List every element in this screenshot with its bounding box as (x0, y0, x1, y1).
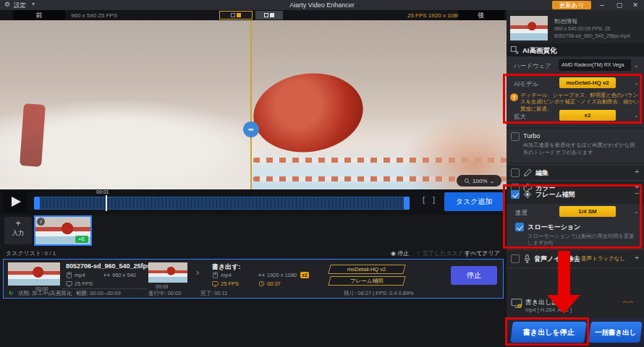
turbo-checkbox[interactable] (511, 132, 520, 141)
task-range: 範囲: 00:00--00:09 (76, 290, 121, 297)
output-fps: 25 FPS (212, 280, 239, 287)
slowmo-label: スローモーション (528, 223, 580, 232)
divider (507, 180, 644, 181)
mic-icon (522, 254, 532, 263)
upscale-dropdown[interactable]: x2 (559, 110, 616, 121)
audio-track-status: 音声トラックなし (581, 255, 625, 262)
task-stop-button[interactable]: 停止 (451, 266, 497, 285)
ai-model-chevron-down-icon[interactable]: ⌄ (634, 80, 639, 86)
frame-interp-label[interactable]: フレーム補間 (535, 190, 575, 200)
help-icon[interactable]: ? (510, 93, 518, 101)
speed-dropdown[interactable]: 1/4 SM (559, 206, 616, 217)
task-completed: 完了: 00:11 (200, 290, 227, 297)
source-resolution: 960 x 540 (103, 272, 136, 278)
clip-duration-line (63, 288, 147, 289)
diamond-icon (523, 190, 532, 199)
upscale-chevron-down-icon[interactable]: ⌄ (634, 112, 639, 119)
trim-handle-left[interactable] (34, 197, 40, 210)
hardware-chevron-down-icon[interactable]: ⌄ (634, 62, 639, 69)
before-tab[interactable]: 前 (13, 10, 65, 20)
export-settings-icon (511, 298, 523, 309)
resolution-icon (258, 272, 265, 278)
input-label: 入力 (4, 229, 32, 238)
after-tab[interactable]: 後 (458, 10, 504, 20)
info-icon[interactable]: i (37, 218, 45, 226)
slowmo-description: スローモーションでは動画の再生時間を変更します(x4) (528, 233, 639, 247)
task-progress: 進行中: 00:00 (148, 290, 181, 297)
zoom-chevron-down-icon: ⌄ (489, 178, 494, 184)
ai-enhance-title: AI高画質化 (522, 46, 557, 56)
format-icon (66, 272, 72, 278)
speed-label: 速度 (515, 209, 528, 218)
timeline-track[interactable] (35, 197, 410, 210)
source-thumbnail (8, 262, 60, 286)
update-available-button[interactable]: 更新あり (552, 1, 591, 9)
side-by-side-icon (264, 13, 268, 17)
output-duration: 00:37 (258, 280, 281, 287)
split-divider-line[interactable] (250, 20, 252, 189)
clear-all-button[interactable]: すべてクリア (465, 249, 500, 257)
video-preview: ◂▸ 100% ⌄ (0, 20, 507, 189)
export-format-value: mp4 [ H.264, AAC ] (525, 307, 572, 313)
model-tag: moDetail-HQ v2 (328, 265, 405, 274)
app-window: ⚙ 設定 ▾ Aiarty Video Enhancer 更新あり ─ ▢ ✕ … (0, 0, 644, 347)
audio-expand-icon[interactable]: + (635, 253, 639, 262)
chevrons-up-icon[interactable]: ︿︿ (622, 299, 634, 303)
tasklist-stop-button[interactable]: ◉ 停止 (391, 249, 409, 257)
task-row[interactable]: 00:00 8052706-sd_960_540_25fps.mp4 mp4 9… (3, 259, 504, 299)
trim-handle-right[interactable] (404, 197, 410, 210)
task-remaining: 残り: 08:27 | FPS: 0.4 0.89% (344, 290, 414, 297)
settings-sidebar: 動画情報 960 x 540 00:09 FPS: 25 8052706-sd_… (507, 10, 644, 347)
zoom-indicator[interactable]: 100% ⌄ (457, 175, 501, 187)
titlebar: ⚙ 設定 ▾ Aiarty Video Enhancer 更新あり ─ ▢ ✕ (0, 0, 644, 10)
split-drag-handle[interactable]: ◂▸ (243, 121, 259, 137)
slowmo-checkbox[interactable] (515, 223, 524, 231)
output-resolution: 1920 x 1080 x2 (258, 272, 309, 278)
add-input-button[interactable]: + 入力 (4, 217, 32, 244)
divider: | (418, 249, 419, 256)
play-button[interactable] (3, 191, 27, 213)
batch-export-button[interactable]: 一括書き出し (588, 322, 643, 343)
minimize-button[interactable]: ─ (595, 0, 609, 10)
before-resolution-label: 960 x 540 25 FPS (71, 12, 117, 19)
playhead[interactable] (106, 195, 107, 211)
split-view-icon (231, 13, 235, 17)
audio-denoise-label: 音声ノイズ除去 (534, 254, 580, 264)
resolution-icon (103, 272, 110, 278)
ai-model-label: AIモデル (514, 80, 538, 89)
close-button[interactable]: ✕ (628, 0, 643, 10)
split-view-toggle[interactable] (219, 11, 253, 20)
divider (507, 267, 644, 268)
magnifier-icon (464, 178, 470, 184)
plus-icon: + (4, 217, 32, 229)
edit-expand-icon[interactable]: + (635, 167, 639, 176)
format-icon (212, 272, 219, 278)
transport-bar: 00:01 [ ] タスク追加 (0, 189, 507, 215)
edit-section-label[interactable]: 編集 (535, 168, 548, 178)
hardware-label: ハードウェア (514, 62, 551, 71)
video-info-thumbnail (510, 16, 548, 40)
turbo-panel: Turbo AI加工速度を最適化するほど画質がわずかな損失のトレードオフがありま… (507, 129, 644, 163)
trim-brackets[interactable]: [ ] (423, 195, 438, 204)
audio-denoise-checkbox[interactable] (511, 254, 520, 263)
frame-interp-panel: 速度 1/4 SM ⌄ スローモーション スローモーションでは動画の再生時間を変… (507, 204, 644, 247)
turbo-label: Turbo (523, 132, 540, 140)
ai-model-dropdown[interactable]: moDetail-HQ v2 (559, 77, 616, 88)
stop-export-button[interactable]: 書き出しを停止 (510, 322, 587, 343)
frame-interp-tag: フレーム補間 (328, 276, 405, 286)
after-resolution-label: 25 FPS 1920 x 1080 (407, 12, 460, 19)
output-format: mp4 (212, 272, 232, 278)
turbo-description: AI加工速度を最適化するほど画質がわずかな損失のトレードオフがあります (523, 142, 637, 156)
edit-checkbox[interactable] (511, 168, 520, 177)
frame-collapse-icon[interactable]: − (635, 189, 639, 197)
divider (507, 164, 644, 165)
maximize-button[interactable]: ▢ (612, 0, 627, 10)
tasklist-bar: タスクリスト: 0 / 1 ◉ 停止 | 完了したタスクをクリア すべてクリア (0, 247, 507, 259)
frame-interp-checkbox[interactable] (511, 190, 520, 199)
add-task-button[interactable]: タスク追加 (444, 192, 504, 211)
task-status: 状態: 加工中(高画質化 (18, 290, 72, 297)
app-title: Aiarty Video Enhancer (0, 1, 644, 9)
hardware-dropdown[interactable]: AMD Radeon(TM) RX Vega (559, 59, 631, 71)
speed-chevron-down-icon[interactable]: ⌄ (634, 208, 639, 215)
side-by-side-toggle[interactable] (255, 11, 283, 20)
